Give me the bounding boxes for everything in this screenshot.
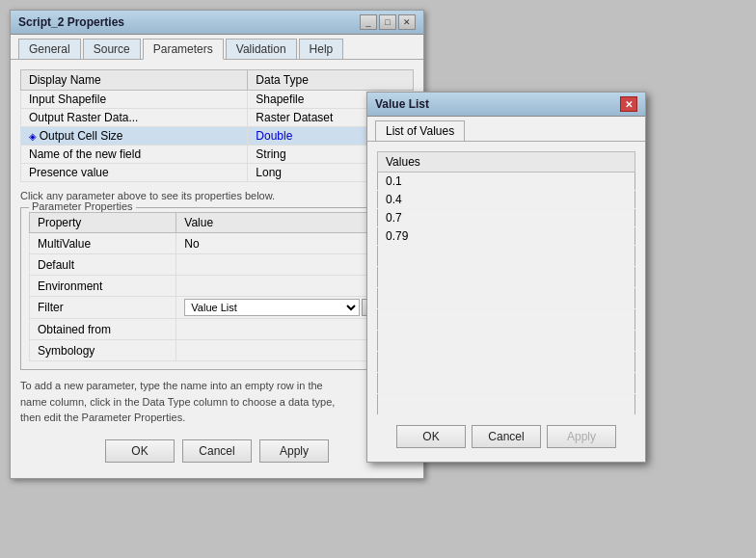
value-list-dialog: Value List ✕ List of Values Values 0.10.… — [366, 92, 646, 463]
tab-general[interactable]: General — [18, 39, 81, 59]
list-item[interactable]: 0.4 — [378, 191, 635, 209]
minimize-button[interactable]: _ — [360, 14, 377, 30]
vl-close-button[interactable]: ✕ — [620, 96, 637, 112]
list-item[interactable] — [378, 394, 635, 415]
params-col-type: Data Type — [248, 70, 414, 91]
filter-dropdown[interactable]: Value List Range Feature Class File Fiel… — [184, 299, 360, 316]
group-label: Parameter Properties — [29, 200, 136, 212]
table-row[interactable]: Output Raster Data...Raster Dataset — [21, 109, 414, 127]
title-controls: _ □ ✕ — [360, 14, 416, 30]
vl-ok-button[interactable]: OK — [396, 425, 466, 448]
table-row[interactable]: Name of the new fieldString — [21, 146, 414, 164]
table-row: Filter Value List Range Feature Class Fi… — [30, 297, 392, 319]
dialog-body: Display Name Data Type Input ShapefileSh… — [11, 60, 423, 478]
tabs-bar: General Source Parameters Validation Hel… — [11, 35, 423, 60]
main-dialog-buttons: OK Cancel Apply — [20, 436, 414, 468]
list-item[interactable] — [378, 288, 635, 309]
list-item[interactable]: 0.1 — [378, 173, 635, 191]
vl-apply-button[interactable]: Apply — [547, 425, 616, 448]
list-item[interactable] — [378, 352, 635, 373]
table-row: Symbology — [30, 340, 392, 361]
table-row[interactable]: ◈ Output Cell SizeDouble — [21, 127, 414, 146]
prop-multivalue: MultiValue — [30, 233, 176, 254]
tab-parameters[interactable]: Parameters — [143, 39, 224, 60]
table-row[interactable]: Input ShapefileShapefile — [21, 91, 414, 109]
prop-multivalue-val: No — [176, 233, 392, 254]
list-item[interactable] — [378, 246, 635, 267]
prop-default: Default — [30, 254, 176, 276]
apply-button[interactable]: Apply — [259, 439, 329, 463]
values-table: Values 0.10.40.70.79 — [377, 151, 635, 415]
prop-table: Property Value MultiValue No Default — [29, 212, 392, 361]
prop-col-value: Value — [176, 213, 392, 233]
values-col-header: Values — [378, 152, 635, 173]
prop-filter: Filter — [30, 297, 176, 319]
vl-tabs: List of Values — [367, 117, 645, 142]
vl-dialog-title: Value List — [375, 97, 429, 111]
list-item[interactable]: 0.79 — [378, 227, 635, 246]
list-item[interactable]: 0.7 — [378, 209, 635, 227]
close-button[interactable]: ✕ — [398, 14, 416, 30]
table-row[interactable]: Presence valueLong — [21, 164, 414, 182]
prop-environment: Environment — [30, 276, 176, 297]
prop-symbology-val — [176, 340, 392, 361]
list-item[interactable] — [378, 309, 635, 331]
tab-help[interactable]: Help — [299, 39, 344, 59]
prop-col-property: Property — [30, 213, 176, 233]
list-item[interactable] — [378, 267, 635, 288]
vl-body: Values 0.10.40.70.79 OK Cancel Apply — [367, 142, 645, 462]
main-dialog-title: Script_2 Properties — [18, 15, 124, 29]
table-row: Obtained from — [30, 319, 392, 340]
params-col-name: Display Name — [21, 70, 248, 91]
vl-buttons: OK Cancel Apply — [377, 423, 635, 452]
tab-list-of-values[interactable]: List of Values — [375, 120, 465, 141]
list-item[interactable] — [378, 373, 635, 394]
main-dialog: Script_2 Properties _ □ ✕ General Source… — [10, 10, 424, 479]
prop-symbology: Symbology — [30, 340, 176, 361]
vl-cancel-button[interactable]: Cancel — [472, 425, 541, 448]
table-row: Default — [30, 254, 392, 276]
tab-source[interactable]: Source — [83, 39, 141, 59]
params-table: Display Name Data Type Input ShapefileSh… — [20, 69, 414, 182]
prop-obtained: Obtained from — [30, 319, 176, 340]
bottom-info: To add a new parameter, type the name in… — [20, 378, 414, 426]
ok-button[interactable]: OK — [105, 439, 175, 463]
main-titlebar: Script_2 Properties _ □ ✕ — [11, 11, 423, 35]
prop-obtained-val — [176, 319, 392, 340]
restore-button[interactable]: □ — [379, 14, 396, 30]
param-props-group: Parameter Properties Property Value Mult… — [20, 207, 414, 370]
cancel-button[interactable]: Cancel — [182, 439, 252, 463]
list-item[interactable] — [378, 331, 635, 352]
tab-validation[interactable]: Validation — [226, 39, 297, 59]
prop-environment-val — [176, 276, 392, 297]
prop-filter-val[interactable]: Value List Range Feature Class File Fiel… — [176, 297, 392, 319]
table-row: Environment — [30, 276, 392, 297]
prop-default-val — [176, 254, 392, 276]
vl-titlebar: Value List ✕ — [367, 93, 645, 117]
table-row: MultiValue No — [30, 233, 392, 254]
